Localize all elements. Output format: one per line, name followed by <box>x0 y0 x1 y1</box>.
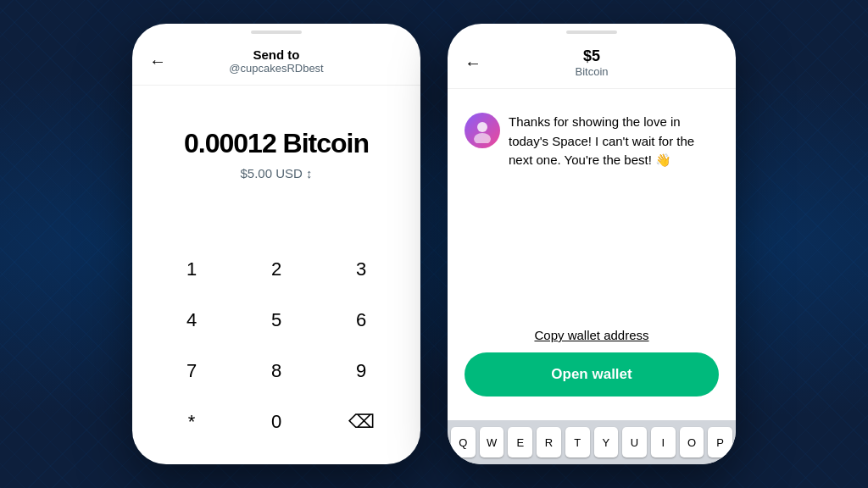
numpad-key-1[interactable]: 1 <box>149 244 234 295</box>
phone1-back-arrow[interactable]: ← <box>149 52 166 71</box>
phone1-header: ← Send to @cupcakesRDbest <box>132 24 420 86</box>
keyboard-key-E[interactable]: E <box>508 427 532 458</box>
keyboard-key-W[interactable]: W <box>480 427 504 458</box>
phone2-title: $5 <box>575 47 608 65</box>
phone1-amount-section: 0.00012 Bitcoin $5.00 USD ↕ <box>132 86 420 244</box>
keyboard-key-Y[interactable]: Y <box>594 427 619 458</box>
numpad-key-8[interactable]: 8 <box>234 346 319 396</box>
numpad-key-5[interactable]: 5 <box>234 295 319 346</box>
phone1-subtitle: @cupcakesRDbest <box>229 62 323 75</box>
copy-wallet-address-link[interactable]: Copy wallet address <box>465 328 719 342</box>
keyboard-row: QWERTYUIOP <box>448 420 736 464</box>
keyboard-key-P[interactable]: P <box>708 427 732 458</box>
phone2-title-block: $5 Bitcoin <box>575 47 608 78</box>
usd-amount-display: $5.00 USD ↕ <box>240 166 312 180</box>
numpad-key-⌫[interactable]: ⌫ <box>319 396 403 447</box>
keyboard-key-T[interactable]: T <box>565 427 590 458</box>
numpad-key-4[interactable]: 4 <box>149 295 234 346</box>
numpad: 123456789*0⌫ <box>132 244 420 464</box>
phones-container: ← Send to @cupcakesRDbest 0.00012 Bitcoi… <box>132 24 736 464</box>
svg-point-1 <box>474 133 491 143</box>
open-wallet-button[interactable]: Open wallet <box>465 352 719 396</box>
numpad-key-0[interactable]: 0 <box>234 396 319 447</box>
phone2-header: ← $5 Bitcoin <box>448 24 736 89</box>
phone-send: ← Send to @cupcakesRDbest 0.00012 Bitcoi… <box>132 24 420 464</box>
numpad-key-2[interactable]: 2 <box>234 244 319 295</box>
avatar <box>465 113 500 148</box>
numpad-key-7[interactable]: 7 <box>149 346 234 396</box>
phone2-content: Thanks for showing the love in today's S… <box>448 89 736 420</box>
svg-point-0 <box>477 122 487 132</box>
tweet-text: Thanks for showing the love in today's S… <box>509 113 719 318</box>
numpad-key-3[interactable]: 3 <box>319 244 403 295</box>
phone2-actions: Copy wallet address Open wallet <box>465 328 719 407</box>
keyboard-key-U[interactable]: U <box>622 427 647 458</box>
numpad-key-*[interactable]: * <box>149 396 234 447</box>
phone1-title-block: Send to @cupcakesRDbest <box>229 47 323 75</box>
keyboard-key-I[interactable]: I <box>651 427 676 458</box>
keyboard-key-O[interactable]: O <box>680 427 704 458</box>
phone2-back-arrow[interactable]: ← <box>465 53 481 73</box>
numpad-key-9[interactable]: 9 <box>319 346 403 396</box>
phone1-title: Send to <box>229 47 323 62</box>
bitcoin-amount-display: 0.00012 Bitcoin <box>184 128 369 159</box>
phone-receive: ← $5 Bitcoin Thanks for showing the love… <box>448 24 736 464</box>
phone2-subtitle: Bitcoin <box>575 65 608 78</box>
tweet-card: Thanks for showing the love in today's S… <box>465 103 719 328</box>
keyboard-key-Q[interactable]: Q <box>451 427 476 458</box>
numpad-key-6[interactable]: 6 <box>319 295 403 346</box>
keyboard-key-R[interactable]: R <box>537 427 561 458</box>
